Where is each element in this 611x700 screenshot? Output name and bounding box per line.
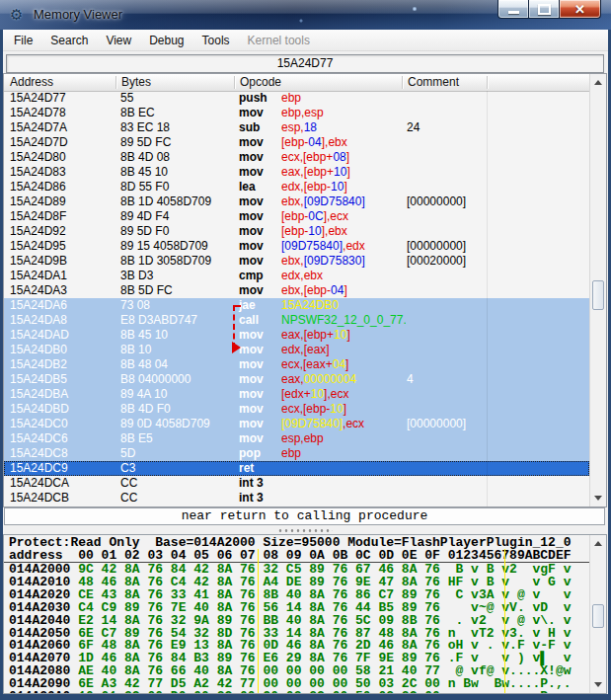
- disasm-row-15A24DA8[interactable]: 15A24DA8E8 D3ABD747callNPSWF32_12_0_0_77…: [4, 313, 589, 328]
- opcode-mnemonic: mov: [239, 373, 264, 386]
- disasm-row-15A24DC6[interactable]: 15A24DC68B E5movesp,ebp: [4, 431, 589, 446]
- instruction-address: 15A24D83: [10, 166, 66, 179]
- memory-viewer-window: ⚙ Memory Viewer ✕ FileSearchViewDebugToo…: [0, 0, 611, 700]
- hex-column-header: address 00 01 02 03 04 05 06 07 08 09 0A…: [9, 549, 572, 562]
- scrollbar-thumb[interactable]: [592, 280, 604, 310]
- instruction-bytes: 89 4D F4: [120, 210, 169, 223]
- hex-row-014A20A0[interactable]: 014A20A0 10 01 2C 00 D0 00 2C 00 90 02 2…: [9, 690, 572, 694]
- disasm-row-15A24D7D[interactable]: 15A24D7D89 5D FCmov[ebp-04],ebx: [4, 135, 589, 150]
- menu-item-view[interactable]: View: [97, 30, 140, 51]
- app-gear-icon[interactable]: ⚙: [10, 6, 27, 23]
- disasm-row-15A24DC8[interactable]: 15A24DC85Dpopebp: [4, 446, 589, 461]
- opcode-mnemonic: sub: [239, 121, 260, 134]
- opcode-mnemonic: mov: [239, 240, 264, 253]
- disasm-row-15A24D86[interactable]: 15A24D868D 55 F0leaedx,[ebp-10]: [4, 180, 589, 194]
- disasm-row-15A24DB2[interactable]: 15A24DB28B 48 04movecx,[eax+04]: [4, 357, 589, 372]
- disasm-row-15A24DAD[interactable]: 15A24DAD8B 45 10moveax,[ebp+10]: [4, 328, 589, 343]
- disassembler-header: AddressBytesOpcodeComment: [4, 74, 589, 92]
- disasm-row-15A24DCA[interactable]: 15A24DCACCint 3: [4, 476, 589, 491]
- disasm-row-15A24D77[interactable]: 15A24D7755pushebp: [4, 91, 589, 106]
- header-separator: [402, 76, 403, 89]
- header-separator: [115, 76, 116, 89]
- instruction-bytes: 8B 45 10: [120, 166, 168, 179]
- disasm-row-15A24D95[interactable]: 15A24D9589 15 4058D709mov[09D75840],edx[…: [4, 239, 589, 254]
- hex-scroll-down-button[interactable]: [590, 677, 606, 693]
- opcode-operands: eax,[ebp+10]: [281, 166, 406, 179]
- instruction-bytes: 8B 5D FC: [120, 284, 173, 297]
- menu-item-tools[interactable]: Tools: [193, 30, 239, 51]
- opcode-operands: ecx,[ebp-10]: [281, 403, 406, 416]
- instruction-address: 15A24DA3: [10, 284, 67, 297]
- opcode-mnemonic: pop: [239, 447, 261, 460]
- instruction-address: 15A24D9B: [10, 255, 67, 268]
- instruction-address: 15A24DB2: [10, 358, 67, 371]
- hex-scrollbar-thumb[interactable]: [592, 604, 604, 628]
- instruction-bytes: E8 D3ABD747: [120, 314, 197, 327]
- title-bar[interactable]: ⚙ Memory Viewer ✕: [0, 0, 611, 30]
- column-header-address[interactable]: Address: [10, 75, 53, 89]
- opcode-operands: esp,ebp: [281, 432, 406, 445]
- opcode-mnemonic: mov: [239, 418, 264, 430]
- disasm-row-15A24DB5[interactable]: 15A24DB5B8 04000000moveax,000000044: [4, 372, 589, 387]
- disasm-row-15A24DA3[interactable]: 15A24DA38B 5D FCmovebx,[ebp-04]: [4, 283, 589, 298]
- disasm-row-15A24D8F[interactable]: 15A24D8F89 4D F4mov[ebp-0C],ecx: [4, 209, 589, 224]
- column-header-comment[interactable]: Comment: [408, 75, 459, 89]
- disasm-row-15A24D83[interactable]: 15A24D838B 45 10moveax,[ebp+10]: [4, 165, 589, 180]
- disasm-row-15A24D80[interactable]: 15A24D808B 4D 08movecx,[ebp+08]: [4, 150, 589, 165]
- client-area: FileSearchViewDebugToolsKernel tools 15A…: [3, 30, 608, 694]
- disasm-row-15A24DC9[interactable]: 15A24DC9C3ret: [4, 461, 589, 476]
- arrow-up-icon: [594, 537, 602, 546]
- instruction-bytes: 89 15 4058D709: [120, 240, 208, 253]
- instruction-address: 15A24DCB: [10, 492, 69, 505]
- maximize-icon: [538, 4, 551, 15]
- opcode-operands: [09D75840],edx: [281, 240, 406, 253]
- instruction-address: 15A24DB0: [10, 344, 67, 356]
- instruction-bytes: 8B 1D 3058D709: [120, 255, 211, 268]
- instruction-comment: [00000000]: [407, 418, 466, 430]
- opcode-mnemonic: cmp: [239, 270, 264, 282]
- address-input[interactable]: 15A24D77: [6, 54, 604, 73]
- menu-item-debug[interactable]: Debug: [140, 30, 192, 51]
- disasm-row-15A24D92[interactable]: 15A24D9289 5D F0mov[ebp-10],ebx: [4, 224, 589, 239]
- scroll-up-button[interactable]: [590, 74, 606, 90]
- hex-row-address: 014A20A0: [9, 689, 78, 694]
- hex-scroll-up-button[interactable]: [590, 535, 606, 551]
- column-header-opcode[interactable]: Opcode: [240, 75, 281, 89]
- menu-item-file[interactable]: File: [5, 30, 41, 51]
- column-header-bytes[interactable]: Bytes: [121, 75, 151, 89]
- minimize-button[interactable]: [497, 0, 529, 19]
- maximize-button[interactable]: [529, 0, 560, 19]
- disasm-row-15A24DA6[interactable]: 15A24DA673 08jae15A24DB0: [4, 298, 589, 313]
- opcode-mnemonic: mov: [239, 225, 264, 238]
- disasm-row-15A24DC0[interactable]: 15A24DC089 0D 4058D709mov[09D75840],ecx[…: [4, 417, 589, 431]
- disasm-row-15A24D9B[interactable]: 15A24D9B8B 1D 3058D709movebx,[09D75830][…: [4, 254, 589, 269]
- opcode-mnemonic: ret: [239, 462, 254, 475]
- instruction-comment: [00000000]: [407, 240, 466, 253]
- instruction-bytes: 89 0D 4058D709: [120, 418, 210, 430]
- disasm-row-15A24D7A[interactable]: 15A24D7A83 EC 18subesp,1824: [4, 120, 589, 135]
- disassembler-scrollbar[interactable]: [589, 74, 606, 506]
- instruction-bytes: CC: [120, 477, 137, 490]
- menu-item-search[interactable]: Search: [41, 30, 97, 51]
- panel-splitter[interactable]: [3, 525, 607, 534]
- disasm-row-15A24DB0[interactable]: 15A24DB08B 10movedx,[eax]: [4, 343, 589, 357]
- instruction-bytes: 89 5D FC: [120, 136, 171, 149]
- disasm-row-15A24D89[interactable]: 15A24D898B 1D 4058D709movebx,[09D75840][…: [4, 194, 589, 209]
- close-button[interactable]: ✕: [560, 0, 601, 19]
- disasm-row-15A24DBD[interactable]: 15A24DBD8B 4D F0movecx,[ebp-10]: [4, 402, 589, 417]
- disasm-row-15A24DCB[interactable]: 15A24DCBCCint 3: [4, 491, 589, 506]
- disasm-row-15A24DA1[interactable]: 15A24DA13B D3cmpedx,ebx: [4, 269, 589, 283]
- opcode-operands: ebp: [281, 92, 406, 105]
- scroll-down-button[interactable]: [590, 491, 606, 506]
- disasm-row-15A24DCC[interactable]: 15A24DCC00 00add[eax],al: [4, 506, 589, 506]
- disasm-row-15A24DBA[interactable]: 15A24DBA89 4A 10mov[edx+10],ecx: [4, 387, 589, 402]
- instruction-address: 15A24DBA: [10, 388, 68, 401]
- opcode-mnemonic: int 3: [239, 492, 264, 505]
- instruction-address: 15A24D95: [10, 240, 66, 253]
- hex-scrollbar[interactable]: [589, 535, 606, 693]
- instruction-bytes: 89 4A 10: [120, 388, 167, 401]
- opcode-operands: ebx,[ebp-04]: [281, 284, 406, 297]
- instruction-bytes: 73 08: [120, 299, 150, 312]
- instruction-address: 15A24DAD: [10, 329, 69, 342]
- disasm-row-15A24D78[interactable]: 15A24D788B ECmovebp,esp: [4, 106, 589, 120]
